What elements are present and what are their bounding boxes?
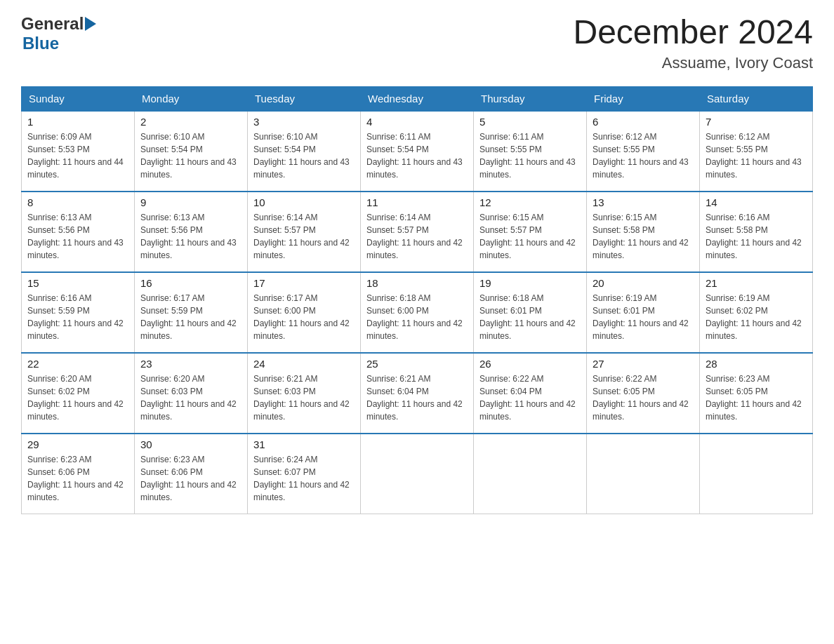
day-number: 14 [706, 196, 807, 208]
day-info: Sunrise: 6:20 AMSunset: 6:03 PMDaylight:… [140, 373, 241, 423]
header-monday: Monday [135, 86, 248, 111]
calendar-cell: 7 Sunrise: 6:12 AMSunset: 5:55 PMDayligh… [700, 111, 813, 192]
calendar-cell: 30 Sunrise: 6:23 AMSunset: 6:06 PMDaylig… [135, 434, 248, 514]
calendar-cell: 19 Sunrise: 6:18 AMSunset: 6:01 PMDaylig… [474, 272, 587, 353]
header-friday: Friday [587, 86, 700, 111]
calendar-cell: 17 Sunrise: 6:17 AMSunset: 6:00 PMDaylig… [248, 272, 361, 353]
day-number: 17 [253, 277, 355, 289]
day-info: Sunrise: 6:19 AMSunset: 6:01 PMDaylight:… [593, 292, 694, 342]
day-info: Sunrise: 6:11 AMSunset: 5:54 PMDaylight:… [366, 130, 468, 181]
calendar-cell [587, 434, 700, 514]
day-number: 25 [366, 358, 468, 370]
calendar-cell: 29 Sunrise: 6:23 AMSunset: 6:06 PMDaylig… [22, 434, 135, 514]
logo-triangle-icon [85, 17, 96, 31]
location: Assuame, Ivory Coast [573, 54, 813, 72]
day-info: Sunrise: 6:22 AMSunset: 6:04 PMDaylight:… [479, 373, 581, 423]
day-number: 23 [140, 358, 241, 370]
day-info: Sunrise: 6:18 AMSunset: 6:01 PMDaylight:… [479, 292, 581, 342]
day-number: 2 [140, 116, 241, 128]
day-info: Sunrise: 6:18 AMSunset: 6:00 PMDaylight:… [366, 292, 468, 342]
day-info: Sunrise: 6:14 AMSunset: 5:57 PMDaylight:… [366, 211, 468, 262]
calendar-cell: 2 Sunrise: 6:10 AMSunset: 5:54 PMDayligh… [135, 111, 248, 192]
title-block: December 2024 Assuame, Ivory Coast [573, 14, 813, 72]
day-info: Sunrise: 6:23 AMSunset: 6:06 PMDaylight:… [140, 453, 241, 504]
logo-blue-text: Blue [22, 34, 98, 53]
day-number: 6 [593, 116, 694, 128]
calendar-cell: 9 Sunrise: 6:13 AMSunset: 5:56 PMDayligh… [135, 192, 248, 272]
calendar-cell: 24 Sunrise: 6:21 AMSunset: 6:03 PMDaylig… [248, 353, 361, 434]
week-row-1: 1 Sunrise: 6:09 AMSunset: 5:53 PMDayligh… [22, 111, 813, 192]
day-number: 16 [140, 277, 241, 289]
day-number: 27 [593, 358, 694, 370]
day-number: 21 [706, 277, 807, 289]
day-info: Sunrise: 6:13 AMSunset: 5:56 PMDaylight:… [27, 211, 128, 262]
day-info: Sunrise: 6:17 AMSunset: 5:59 PMDaylight:… [140, 292, 241, 342]
day-number: 20 [593, 277, 694, 289]
header-saturday: Saturday [700, 86, 813, 111]
week-row-2: 8 Sunrise: 6:13 AMSunset: 5:56 PMDayligh… [22, 192, 813, 272]
calendar-cell: 25 Sunrise: 6:21 AMSunset: 6:04 PMDaylig… [361, 353, 474, 434]
day-info: Sunrise: 6:23 AMSunset: 6:05 PMDaylight:… [706, 373, 807, 423]
day-number: 26 [479, 358, 581, 370]
day-number: 9 [140, 196, 241, 208]
logo-general: General [21, 14, 98, 34]
day-number: 31 [253, 438, 355, 450]
calendar-cell: 6 Sunrise: 6:12 AMSunset: 5:55 PMDayligh… [587, 111, 700, 192]
day-number: 29 [27, 438, 128, 450]
day-number: 13 [593, 196, 694, 208]
day-number: 8 [27, 196, 128, 208]
header-thursday: Thursday [474, 86, 587, 111]
day-info: Sunrise: 6:19 AMSunset: 6:02 PMDaylight:… [706, 292, 807, 342]
day-info: Sunrise: 6:21 AMSunset: 6:03 PMDaylight:… [253, 373, 355, 423]
calendar-cell: 18 Sunrise: 6:18 AMSunset: 6:00 PMDaylig… [361, 272, 474, 353]
day-info: Sunrise: 6:17 AMSunset: 6:00 PMDaylight:… [253, 292, 355, 342]
day-number: 18 [366, 277, 468, 289]
header-wednesday: Wednesday [361, 86, 474, 111]
calendar-cell [700, 434, 813, 514]
page-header: General Blue December 2024 Assuame, Ivor… [21, 14, 813, 72]
day-number: 28 [706, 358, 807, 370]
calendar-cell: 21 Sunrise: 6:19 AMSunset: 6:02 PMDaylig… [700, 272, 813, 353]
calendar-cell: 5 Sunrise: 6:11 AMSunset: 5:55 PMDayligh… [474, 111, 587, 192]
day-info: Sunrise: 6:12 AMSunset: 5:55 PMDaylight:… [706, 130, 807, 181]
day-number: 19 [479, 277, 581, 289]
day-info: Sunrise: 6:21 AMSunset: 6:04 PMDaylight:… [366, 373, 468, 423]
calendar-cell: 27 Sunrise: 6:22 AMSunset: 6:05 PMDaylig… [587, 353, 700, 434]
calendar-cell: 4 Sunrise: 6:11 AMSunset: 5:54 PMDayligh… [361, 111, 474, 192]
calendar-cell: 12 Sunrise: 6:15 AMSunset: 5:57 PMDaylig… [474, 192, 587, 272]
day-info: Sunrise: 6:22 AMSunset: 6:05 PMDaylight:… [593, 373, 694, 423]
calendar-cell [361, 434, 474, 514]
day-info: Sunrise: 6:10 AMSunset: 5:54 PMDaylight:… [253, 130, 355, 181]
day-info: Sunrise: 6:13 AMSunset: 5:56 PMDaylight:… [140, 211, 241, 262]
calendar-cell: 8 Sunrise: 6:13 AMSunset: 5:56 PMDayligh… [22, 192, 135, 272]
week-row-3: 15 Sunrise: 6:16 AMSunset: 5:59 PMDaylig… [22, 272, 813, 353]
calendar-cell: 28 Sunrise: 6:23 AMSunset: 6:05 PMDaylig… [700, 353, 813, 434]
calendar-cell: 31 Sunrise: 6:24 AMSunset: 6:07 PMDaylig… [248, 434, 361, 514]
day-info: Sunrise: 6:23 AMSunset: 6:06 PMDaylight:… [27, 453, 128, 504]
day-number: 11 [366, 196, 468, 208]
day-info: Sunrise: 6:09 AMSunset: 5:53 PMDaylight:… [27, 130, 128, 181]
header-tuesday: Tuesday [248, 86, 361, 111]
day-info: Sunrise: 6:15 AMSunset: 5:57 PMDaylight:… [479, 211, 581, 262]
day-number: 3 [253, 116, 355, 128]
day-info: Sunrise: 6:15 AMSunset: 5:58 PMDaylight:… [593, 211, 694, 262]
calendar-cell: 26 Sunrise: 6:22 AMSunset: 6:04 PMDaylig… [474, 353, 587, 434]
day-info: Sunrise: 6:14 AMSunset: 5:57 PMDaylight:… [253, 211, 355, 262]
day-number: 30 [140, 438, 241, 450]
calendar-cell: 14 Sunrise: 6:16 AMSunset: 5:58 PMDaylig… [700, 192, 813, 272]
calendar-cell: 11 Sunrise: 6:14 AMSunset: 5:57 PMDaylig… [361, 192, 474, 272]
calendar-cell: 1 Sunrise: 6:09 AMSunset: 5:53 PMDayligh… [22, 111, 135, 192]
calendar-cell: 13 Sunrise: 6:15 AMSunset: 5:58 PMDaylig… [587, 192, 700, 272]
day-info: Sunrise: 6:12 AMSunset: 5:55 PMDaylight:… [593, 130, 694, 181]
header-sunday: Sunday [22, 86, 135, 111]
day-info: Sunrise: 6:16 AMSunset: 5:58 PMDaylight:… [706, 211, 807, 262]
calendar-cell: 3 Sunrise: 6:10 AMSunset: 5:54 PMDayligh… [248, 111, 361, 192]
day-number: 4 [366, 116, 468, 128]
week-row-5: 29 Sunrise: 6:23 AMSunset: 6:06 PMDaylig… [22, 434, 813, 514]
calendar-cell: 15 Sunrise: 6:16 AMSunset: 5:59 PMDaylig… [22, 272, 135, 353]
day-number: 7 [706, 116, 807, 128]
day-number: 12 [479, 196, 581, 208]
day-info: Sunrise: 6:10 AMSunset: 5:54 PMDaylight:… [140, 130, 241, 181]
day-info: Sunrise: 6:20 AMSunset: 6:02 PMDaylight:… [27, 373, 128, 423]
day-number: 10 [253, 196, 355, 208]
